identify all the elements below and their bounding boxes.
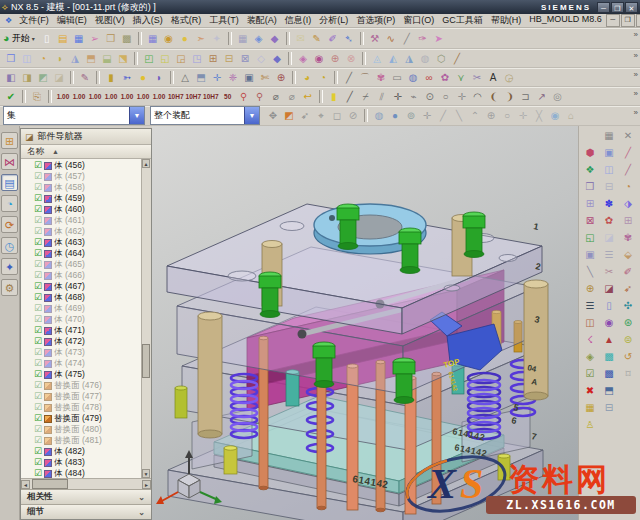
toolbar-icon[interactable]: ▦	[71, 31, 87, 46]
toolbar-icon[interactable]: ➴	[341, 31, 357, 46]
toolbar-icon[interactable]: ●	[177, 31, 193, 46]
menu-item[interactable]: 文件(F)	[15, 14, 53, 27]
toolbar-icon[interactable]: ➳	[119, 70, 135, 85]
reuse-library-icon[interactable]: ✦	[1, 258, 18, 275]
checkbox-icon[interactable]: ☑	[34, 469, 42, 478]
toolbar-icon[interactable]: ◮	[401, 51, 417, 66]
navigator-item[interactable]: ☑ 体 (482)	[21, 446, 142, 457]
selection-toolbar-icon[interactable]: ⊕	[483, 108, 499, 123]
checkbox-icon[interactable]: ☑	[34, 414, 42, 423]
toolbar-icon[interactable]: ◉	[161, 31, 177, 46]
toolbar-overflow-icon[interactable]: »	[634, 51, 638, 60]
toolbar-icon[interactable]: ◔	[315, 70, 331, 85]
toolbar-icon[interactable]: ▣	[241, 70, 257, 85]
toolbar-icon[interactable]: ⬒	[83, 51, 99, 66]
toolbar-icon[interactable]: ╱	[399, 31, 415, 46]
toolbar-icon[interactable]: 1.00	[55, 89, 71, 104]
mold-tool-icon[interactable]: ⊠	[582, 213, 598, 228]
assembly-navigator-icon[interactable]: ⊞	[1, 132, 18, 149]
toolbar-icon[interactable]	[22, 90, 26, 103]
toolbar-icon[interactable]: ◰	[141, 51, 157, 66]
navigator-item[interactable]: ☑ 体 (473)	[21, 347, 142, 358]
toolbar-icon[interactable]: 10H7	[185, 89, 203, 104]
navigator-item[interactable]: ☑ 体 (462)	[21, 226, 142, 237]
mold-tool-icon[interactable]: ◫	[601, 162, 617, 177]
toolbar-overflow-icon[interactable]: »	[634, 30, 638, 39]
selection-toolbar-icon[interactable]: ⌖	[313, 108, 329, 123]
menu-item[interactable]: 窗口(O)	[399, 14, 438, 27]
mold-tool-icon[interactable]: ☑	[582, 366, 598, 381]
toolbar-icon[interactable]: ✉	[293, 31, 309, 46]
selection-toolbar-icon[interactable]: ✥	[265, 108, 281, 123]
mold-tool-icon[interactable]: ◪	[601, 281, 617, 296]
mold-tool-icon[interactable]: ☰	[601, 247, 617, 262]
checkbox-icon[interactable]: ☑	[34, 436, 42, 445]
menu-item[interactable]: 视图(V)	[91, 14, 129, 27]
toolbar-icon[interactable]: ➤	[431, 31, 447, 46]
mold-tool-icon[interactable]: ▲	[601, 332, 617, 347]
section-details[interactable]: 细节 ⌄	[21, 504, 151, 519]
mold-tool-icon[interactable]	[601, 417, 617, 432]
toolbar-icon[interactable]: 1.00	[119, 89, 135, 104]
toolbar-icon[interactable]: ◈	[251, 31, 267, 46]
window-control-button[interactable]: ✕	[625, 2, 638, 13]
mold-tool-icon[interactable]: ╲	[582, 264, 598, 279]
scrollbar-thumb[interactable]	[142, 344, 150, 378]
navigator-item[interactable]: ☑ 体 (484)	[21, 468, 142, 478]
selection-toolbar-icon[interactable]: ⌂	[563, 108, 579, 123]
window-control-button[interactable]: ─	[597, 2, 610, 13]
toolbar-icon[interactable]: 1.00	[135, 89, 151, 104]
start-button[interactable]: ◕ 开始 ▾	[3, 32, 35, 45]
toolbar-icon[interactable]: 1.00	[103, 89, 119, 104]
mold-tool-icon[interactable]: ✽	[601, 196, 617, 211]
toolbar-icon[interactable]: ◈	[295, 51, 311, 66]
toolbar-icon[interactable]: ◧	[3, 70, 19, 85]
toolbar-icon[interactable]: ▭	[389, 70, 405, 85]
toolbar-icon[interactable]: ↩	[300, 89, 316, 104]
toolbar-icon[interactable]	[138, 32, 142, 45]
toolbar-icon[interactable]: ✎	[77, 70, 93, 85]
checkbox-icon[interactable]: ☑	[34, 359, 42, 368]
mold-tool-icon[interactable]: ⬙	[620, 247, 636, 262]
checkbox-icon[interactable]: ☑	[34, 282, 42, 291]
toolbar-icon[interactable]	[319, 90, 323, 103]
scrollbar-thumb[interactable]	[32, 479, 68, 489]
toolbar-icon[interactable]: ⚲	[236, 89, 252, 104]
toolbar-icon[interactable]: ⋎	[453, 70, 469, 85]
toolbar-icon[interactable]: 10H7	[167, 89, 185, 104]
toolbar-icon[interactable]: A	[485, 70, 501, 85]
toolbar-icon[interactable]: ✎	[309, 31, 325, 46]
history-icon[interactable]: ⟳	[1, 216, 18, 233]
selection-toolbar-icon[interactable]: ⊚	[403, 108, 419, 123]
checkbox-icon[interactable]: ☑	[34, 348, 42, 357]
mold-tool-icon[interactable]: ✾	[620, 230, 636, 245]
mold-tool-icon[interactable]: ◪	[601, 230, 617, 245]
mold-tool-icon[interactable]: ▩	[601, 349, 617, 364]
selection-toolbar-icon[interactable]: ⌃	[467, 108, 483, 123]
scroll-left-icon[interactable]: ◄	[21, 480, 30, 489]
window-control-button[interactable]: ❐	[611, 2, 624, 13]
toolbar-icon[interactable]: ◳	[189, 51, 205, 66]
selection-toolbar-icon[interactable]: ◍	[371, 108, 387, 123]
mold-tool-icon[interactable]: ◱	[582, 230, 598, 245]
checkbox-icon[interactable]: ☑	[34, 194, 42, 203]
checkbox-icon[interactable]: ☑	[34, 403, 42, 412]
doc-window-control-button[interactable]: ─	[606, 14, 620, 27]
mold-tool-icon[interactable]: ☇	[582, 332, 598, 347]
mold-tool-icon[interactable]: ❒	[582, 179, 598, 194]
toolbar-icon[interactable]: ▯	[39, 31, 55, 46]
dropdown-arrow-icon[interactable]: ▼	[244, 107, 259, 124]
doc-window-control-button[interactable]: ✕	[636, 14, 640, 27]
toolbar-icon[interactable]: ◑	[51, 51, 67, 66]
navigator-item[interactable]: ☑ 体 (463)	[21, 237, 142, 248]
mold-tool-icon[interactable]: ❖	[582, 162, 598, 177]
navigator-item[interactable]: ☑ 体 (457)	[21, 171, 142, 182]
navigator-item[interactable]: ☑ 体 (456)	[21, 160, 142, 171]
navigator-item[interactable]: ☑ 体 (461)	[21, 215, 142, 226]
navigator-item[interactable]: ☑ 替换面 (479)	[21, 413, 142, 424]
toolbar-icon[interactable]: ⬓	[99, 51, 115, 66]
toolbar-icon[interactable]: ✛	[209, 70, 225, 85]
selection-toolbar-icon[interactable]: ⊘	[345, 108, 361, 123]
toolbar-icon[interactable]: ◗	[151, 70, 167, 85]
toolbar-icon[interactable]	[288, 52, 292, 65]
